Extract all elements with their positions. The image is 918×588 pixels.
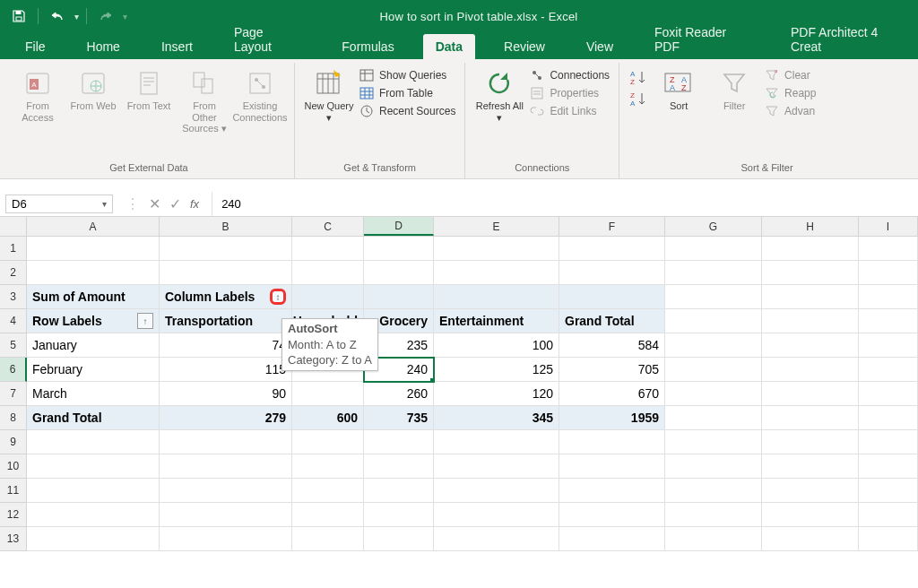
cell[interactable] [160,503,292,527]
cell[interactable] [364,503,434,527]
cell[interactable] [559,237,665,261]
cell[interactable] [859,454,918,479]
cell[interactable] [559,430,665,454]
cell[interactable] [859,261,918,285]
cell[interactable] [859,479,918,503]
pivot-col-header[interactable]: Transportation [160,309,292,333]
cell[interactable] [364,430,434,454]
cell[interactable] [27,503,160,527]
cell[interactable] [434,479,559,503]
save-button[interactable] [7,4,30,28]
cell[interactable] [859,309,918,333]
cell[interactable] [434,454,559,479]
row-header[interactable]: 1 [0,237,27,261]
col-header-e[interactable]: E [434,217,559,236]
cell[interactable] [665,309,762,333]
pivot-value[interactable]: 125 [434,358,559,382]
column-labels-filter-icon[interactable]: ↕ [270,289,286,305]
tab-view[interactable]: View [574,34,626,59]
cell[interactable] [665,358,762,382]
refresh-all-button[interactable]: Refresh All ▾ [474,65,524,123]
col-header-c[interactable]: C [292,217,364,236]
row-labels-filter-icon[interactable]: ↑ [137,313,153,329]
cell[interactable] [434,430,559,454]
properties-button[interactable]: Properties [530,86,610,100]
cell[interactable] [559,527,665,551]
cell[interactable] [762,479,859,503]
cell[interactable] [434,261,559,285]
from-text-button[interactable]: From Text [124,65,174,112]
cell[interactable] [665,503,762,527]
redo-dropdown-icon[interactable]: ▾ [123,12,127,22]
cell[interactable] [762,285,859,309]
cell[interactable] [559,479,665,503]
cell[interactable] [292,430,364,454]
cell[interactable] [434,285,559,309]
sort-za-button[interactable]: ZA [628,90,648,109]
pivot-value[interactable]: 584 [559,333,665,358]
cell[interactable] [559,285,665,309]
cell[interactable] [665,237,762,261]
pivot-grand-value[interactable]: 345 [434,406,559,430]
pivot-grand-value[interactable]: 279 [160,406,292,430]
cell[interactable] [762,261,859,285]
cell[interactable] [762,503,859,527]
cell[interactable] [292,285,364,309]
cell[interactable] [160,237,292,261]
cell[interactable] [762,309,859,333]
pivot-row-name[interactable]: February [27,358,160,382]
clear-button[interactable]: Clear [765,68,816,82]
cell[interactable] [859,333,918,358]
pivot-col-header[interactable]: Entertainment [434,309,559,333]
row-header[interactable]: 5 [0,333,27,358]
cell[interactable] [160,479,292,503]
cell[interactable] [364,285,434,309]
cell[interactable] [859,503,918,527]
cell[interactable] [292,479,364,503]
cell[interactable] [762,527,859,551]
cell[interactable] [364,261,434,285]
cell[interactable] [292,237,364,261]
cell[interactable] [665,382,762,406]
existing-connections-button[interactable]: Existing Connections [235,65,285,123]
from-access-button[interactable]: AFrom Access [13,65,63,123]
row-header[interactable]: 3 [0,285,27,309]
tab-file[interactable]: File [13,34,58,59]
cell[interactable] [27,454,160,479]
cell[interactable] [859,285,918,309]
fx-icon[interactable]: fx [190,197,199,211]
cell[interactable] [292,261,364,285]
tab-foxit[interactable]: Foxit Reader PDF [642,20,762,59]
show-queries-button[interactable]: Show Queries [359,68,455,82]
row-header[interactable]: 9 [0,430,27,454]
cell[interactable] [160,527,292,551]
tab-home[interactable]: Home [74,34,133,59]
tab-insert[interactable]: Insert [149,34,205,59]
col-header-h[interactable]: H [762,217,859,236]
tab-data[interactable]: Data [423,34,475,59]
cell[interactable] [762,430,859,454]
cell[interactable] [859,406,918,430]
row-header[interactable]: 11 [0,479,27,503]
col-header-i[interactable]: I [859,217,918,236]
cell[interactable] [292,503,364,527]
cell[interactable] [27,479,160,503]
cell[interactable] [160,261,292,285]
pivot-col-header[interactable]: Grand Total [559,309,665,333]
cell[interactable] [434,237,559,261]
from-other-sources-button[interactable]: From Other Sources ▾ [179,65,230,134]
row-header[interactable]: 2 [0,261,27,285]
reapply-button[interactable]: Reapp [765,86,816,100]
row-header[interactable]: 4 [0,309,27,333]
cell[interactable] [665,479,762,503]
undo-button[interactable] [46,4,69,28]
pivot-grand-value[interactable]: 600 [292,406,364,430]
cell[interactable] [762,358,859,382]
pivot-value[interactable]: 74 [160,333,292,358]
cell[interactable] [665,261,762,285]
cell[interactable] [762,382,859,406]
pivot-value[interactable]: 260 [364,382,434,406]
cell[interactable] [292,527,364,551]
cell[interactable] [364,479,434,503]
cell[interactable] [859,430,918,454]
